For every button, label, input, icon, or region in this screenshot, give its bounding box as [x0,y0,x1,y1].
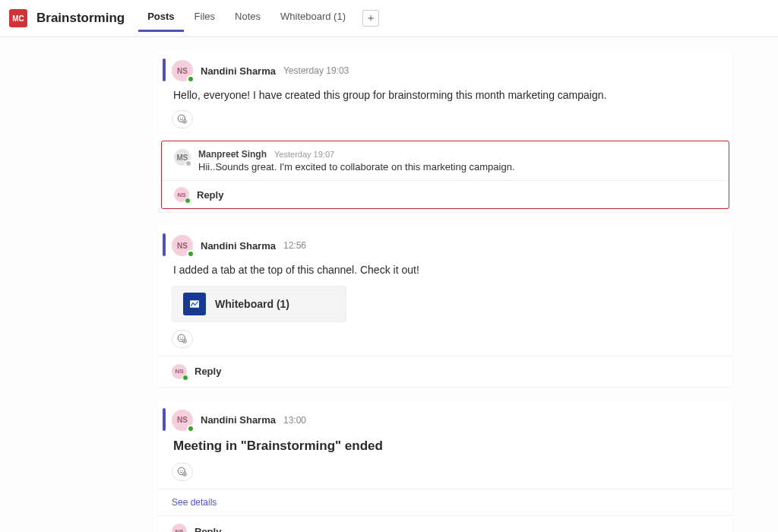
reply-label: Reply [194,366,221,377]
post-accent-bar [163,233,166,256]
add-reaction-button[interactable] [172,463,193,481]
add-reaction-button[interactable] [172,110,193,128]
tab-attachment[interactable]: Whiteboard (1) [172,286,346,322]
presence-online-icon [182,375,188,381]
avatar: NS [172,364,187,379]
highlighted-reply: MS Manpreet Singh Yesterday 19:07 Hii..S… [161,141,729,209]
workspace-icon: MC [9,9,27,27]
reply-label: Reply [197,189,223,201]
avatar[interactable]: MS [174,149,191,166]
see-details-link[interactable]: See details [158,489,732,515]
post-author[interactable]: Nandini Sharma [201,65,276,77]
reply-author[interactable]: Manpreet Singh [198,149,267,160]
post-headline: Meeting in "Brainstorming" ended [173,437,719,456]
reply-label: Reply [194,526,221,532]
svg-point-10 [180,470,181,471]
post-message: Hello, everyone! I have created this gro… [173,87,719,103]
presence-online-icon [185,198,191,204]
avatar: NS [174,187,189,202]
reply-input[interactable]: NS Reply [162,180,729,208]
post-card: NS Nandini Sharma 12:56 I added a tab at… [158,226,732,386]
post-timestamp: 13:00 [283,415,306,426]
svg-point-2 [182,118,183,119]
post-author[interactable]: Nandini Sharma [201,414,276,426]
avatar[interactable]: NS [172,235,193,256]
plus-icon: ＋ [365,11,376,25]
channel-header: MC Brainstorming Posts Files Notes White… [0,0,778,37]
whiteboard-icon [183,293,206,315]
post-timestamp: Yesterday 19:03 [283,65,349,76]
post-card: NS Nandini Sharma 13:00 Meeting in "Brai… [158,401,732,532]
reply-timestamp: Yesterday 19:07 [274,150,334,159]
post-timestamp: 12:56 [283,240,306,251]
svg-point-7 [182,337,183,337]
presence-online-icon [187,425,194,432]
post-accent-bar [163,59,166,81]
reply-message: Hii..Sounds great. I'm excited to collab… [198,161,715,173]
post-author[interactable]: Nandini Sharma [201,240,276,252]
reply-input[interactable]: NS Reply [158,356,732,387]
tab-files[interactable]: Files [185,5,224,32]
reply-input[interactable]: NS Reply [158,515,732,532]
presence-offline-icon [185,160,192,167]
svg-point-1 [180,118,181,119]
emoji-plus-icon [177,114,188,125]
posts-feed: NS Nandini Sharma Yesterday 19:03 Hello,… [0,37,778,532]
svg-point-11 [182,470,183,471]
tab-attachment-label: Whiteboard (1) [215,298,289,310]
presence-online-icon [187,75,194,83]
avatar-initials: NS [172,524,187,532]
svg-point-6 [180,337,181,337]
emoji-plus-icon [177,467,188,477]
avatar[interactable]: NS [172,60,193,81]
avatar[interactable]: NS [172,410,193,431]
tab-posts[interactable]: Posts [138,5,183,32]
post-card: NS Nandini Sharma Yesterday 19:03 Hello,… [158,51,732,212]
channel-title: Brainstorming [36,11,125,26]
post-message: I added a tab at the top of this channel… [173,262,719,277]
add-tab-button[interactable]: ＋ [362,10,379,27]
avatar: NS [172,524,187,532]
post-accent-bar [163,408,166,431]
add-reaction-button[interactable] [172,330,193,348]
tab-whiteboard[interactable]: Whiteboard (1) [271,5,355,32]
presence-online-icon [187,250,194,258]
tabs: Posts Files Notes Whiteboard (1) ＋ [138,5,379,32]
tab-notes[interactable]: Notes [226,5,270,32]
emoji-plus-icon [177,334,188,344]
